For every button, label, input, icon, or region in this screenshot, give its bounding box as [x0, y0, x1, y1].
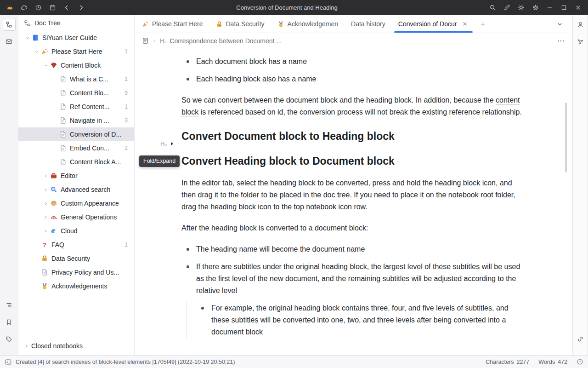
close-icon[interactable]: [571, 1, 585, 14]
tree-arrow-icon[interactable]: [41, 186, 50, 193]
outline-icon[interactable]: [3, 299, 16, 311]
tree-arrow-icon[interactable]: [51, 144, 59, 152]
doc-tree-item[interactable]: Custom Appearance: [18, 196, 134, 210]
maximize-icon[interactable]: [557, 1, 571, 14]
tree-arrow-icon[interactable]: [51, 158, 59, 166]
history-icon[interactable]: [31, 1, 45, 14]
list-item[interactable]: The heading name will become the documen…: [181, 243, 522, 255]
tree-arrow-icon[interactable]: [41, 227, 50, 235]
tabs: Please Start Here Data Security Acknowle…: [136, 15, 475, 33]
tab[interactable]: Acknowledgemen: [271, 15, 345, 33]
tab-list-menu-button[interactable]: [553, 18, 567, 30]
settings-icon[interactable]: [528, 1, 543, 14]
breadcrumb-heading-level: H₂: [160, 37, 166, 44]
tree-item-label: Content Blo...: [70, 89, 122, 97]
doc-tree-item[interactable]: Cloud: [18, 224, 134, 238]
cloud-icon[interactable]: [17, 1, 31, 14]
tree-arrow-icon[interactable]: [41, 213, 50, 221]
doc-tree-item[interactable]: Content Blo... 9: [18, 86, 134, 100]
tree-arrow-icon[interactable]: [51, 117, 59, 124]
closed-notebooks-label: Closed notebooks: [31, 342, 83, 350]
list-item[interactable]: For example, the original heading block …: [187, 302, 522, 338]
closed-notebooks-toggle[interactable]: Closed notebooks: [18, 337, 134, 355]
heading-convert-doc-to-heading[interactable]: Convert Document block to Heading block: [181, 129, 522, 143]
account-icon[interactable]: [574, 18, 587, 31]
doc-tree-item[interactable]: Please Start Here 1: [18, 45, 134, 58]
doc-tree-item[interactable]: Content Block A...: [18, 155, 134, 169]
tree-item-count: 9: [124, 90, 128, 96]
tree-arrow-icon[interactable]: [32, 241, 41, 248]
breadcrumb-heading-title[interactable]: Correspondence between Document ...: [170, 37, 282, 45]
doc-tree-icon[interactable]: [3, 18, 16, 31]
doc-tree-item[interactable]: Navigate in ... 3: [18, 114, 134, 127]
doc-tree-item[interactable]: Editor: [18, 169, 134, 183]
doc-tree-item[interactable]: Conversion of D...: [18, 127, 134, 141]
tree-arrow-icon[interactable]: [51, 75, 59, 83]
doc-tree-item[interactable]: Data Security: [18, 252, 134, 265]
link-icon[interactable]: [574, 333, 587, 345]
help-icon[interactable]: ?: [577, 358, 583, 365]
tree-arrow-icon[interactable]: [41, 172, 50, 179]
tree-arrow-icon[interactable]: [32, 282, 41, 290]
doc-tree-item[interactable]: Ref Content... 1: [18, 100, 134, 114]
tree-item-count: 2: [124, 145, 128, 151]
tab-bar: Please Start Here Data Security Acknowle…: [135, 15, 572, 33]
tree-arrow-icon[interactable]: [51, 89, 59, 97]
fold-arrow-icon[interactable]: [169, 141, 175, 147]
list-item[interactable]: Each heading block also has a name: [181, 73, 522, 85]
tab[interactable]: Conversion of Docum: [392, 15, 475, 33]
tree-arrow-icon[interactable]: [51, 103, 59, 110]
titlebar-right-icons: [486, 1, 585, 14]
bookmark-icon[interactable]: [3, 316, 16, 328]
theme-icon[interactable]: [514, 1, 528, 14]
list-item[interactable]: If there are subtitles under the origina…: [181, 261, 522, 338]
doc-tree-item[interactable]: General Operations: [18, 210, 134, 224]
status-dialog-icon[interactable]: [5, 358, 12, 366]
tab[interactable]: Please Start Here: [136, 15, 209, 33]
new-tab-button[interactable]: [475, 18, 492, 30]
tree-arrow-icon[interactable]: [23, 34, 32, 41]
crown-icon[interactable]: [3, 1, 17, 14]
doc-tree-item[interactable]: ? FAQ 1: [18, 238, 134, 252]
doc-tree-item[interactable]: Acknowledgements: [18, 279, 134, 293]
doc-tree-item[interactable]: Advanced search: [18, 183, 134, 196]
tree-arrow-icon[interactable]: [32, 48, 41, 55]
tag-icon[interactable]: [3, 333, 16, 345]
tab-close-icon[interactable]: [461, 20, 469, 28]
graph-icon[interactable]: [574, 35, 587, 48]
tree-item-count: 3: [124, 117, 128, 124]
titlebar: Conversion of Document and Heading: [0, 0, 588, 15]
paragraph[interactable]: In the editor tab, select the heading bl…: [181, 177, 522, 213]
inbox-icon[interactable]: [3, 35, 16, 48]
daily-note-icon[interactable]: [45, 1, 60, 14]
paragraph[interactable]: After the heading block is converted to …: [181, 222, 522, 234]
list-item[interactable]: Each document block has a name: [181, 56, 522, 68]
words-value: 472: [558, 359, 567, 365]
tree-arrow-icon[interactable]: [32, 269, 41, 276]
doc-tree-item[interactable]: Content Block: [18, 58, 134, 72]
document-icon[interactable]: [142, 37, 149, 44]
fold-expand-tooltip: Fold/Expand: [139, 155, 180, 167]
more-icon[interactable]: [557, 37, 565, 45]
doc-tree-item[interactable]: What is a C... 1: [18, 72, 134, 86]
forward-icon[interactable]: [74, 1, 88, 14]
tree-arrow-icon[interactable]: [32, 255, 41, 262]
heading-convert-heading-to-doc[interactable]: Convert Heading block to Document block: [181, 154, 522, 168]
tree-arrow-icon[interactable]: [51, 131, 59, 138]
edit-icon[interactable]: [500, 1, 514, 14]
tree-arrow-icon[interactable]: [41, 200, 50, 207]
back-icon[interactable]: [60, 1, 74, 14]
minimize-icon[interactable]: [543, 1, 557, 14]
characters-value: 2277: [516, 359, 529, 365]
nested-bullet-list: For example, the original heading block …: [186, 302, 522, 338]
tab[interactable]: Data history: [345, 15, 392, 33]
doc-tree-item[interactable]: Embed Con... 2: [18, 141, 134, 155]
editor-scrollbar[interactable]: [565, 103, 567, 172]
tab[interactable]: Data Security: [209, 15, 271, 33]
tree-arrow-icon[interactable]: [41, 62, 50, 69]
paragraph[interactable]: So we can convert between the document b…: [181, 94, 522, 118]
search-icon[interactable]: [486, 1, 500, 14]
doc-tree-item[interactable]: SiYuan User Guide: [18, 31, 134, 45]
tree-item-label: Ref Content...: [70, 103, 122, 110]
doc-tree-item[interactable]: Privacy Policy and Us...: [18, 265, 134, 279]
